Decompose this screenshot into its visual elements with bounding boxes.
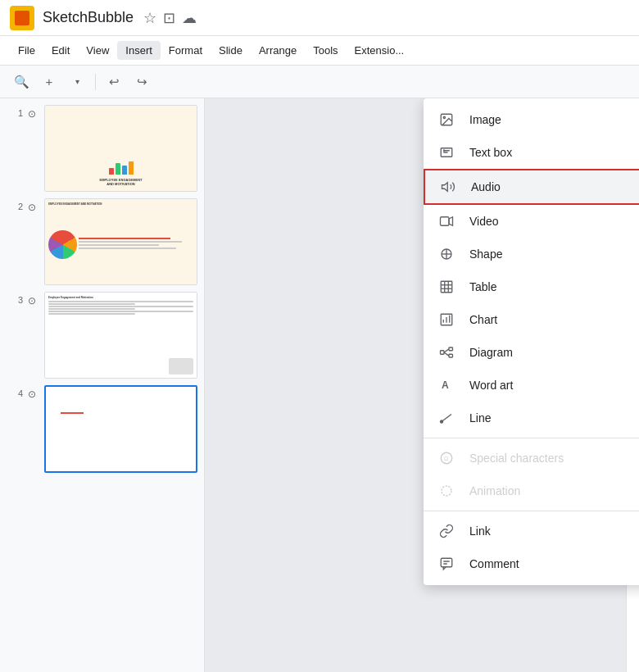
menu-view[interactable]: View	[78, 41, 117, 60]
menu-row-chart[interactable]: Chart ▶	[424, 303, 639, 336]
menu-arrange[interactable]: Arrange	[251, 41, 305, 60]
menu-row-diagram[interactable]: Diagram ▶	[424, 336, 639, 369]
add-button[interactable]: +	[38, 70, 61, 93]
video-icon	[437, 211, 456, 231]
svg-rect-12	[441, 281, 452, 293]
svg-text:Ω: Ω	[444, 456, 448, 461]
link-menu-icon	[437, 521, 456, 541]
menu-slide[interactable]: Slide	[211, 41, 251, 60]
svg-point-1	[443, 116, 445, 118]
canvas-area: Image ▶ Text box	[205, 98, 639, 672]
slide-item-1[interactable]: 1 ⊙ EMPLOYEE ENGAGEMENTAND MOTIVATION	[7, 105, 197, 192]
undo-button[interactable]: ↩	[102, 70, 125, 93]
slide2-text	[79, 238, 193, 251]
menu-row-special: Ω Special characters	[424, 442, 639, 474]
menu-row-link[interactable]: Link Ctrl+K	[424, 515, 639, 547]
menu-row-audio[interactable]: Audio	[424, 169, 639, 205]
slide-number-2: 2	[7, 198, 23, 211]
link-label: Link	[469, 524, 639, 538]
table-label: Table	[469, 280, 639, 293]
cloud-icon[interactable]: ☁	[182, 9, 197, 27]
animation-icon	[437, 481, 456, 501]
folder-icon[interactable]: ⊡	[163, 9, 175, 27]
slide3-line-4	[48, 308, 135, 310]
svg-point-31	[442, 486, 451, 496]
video-label: Video	[469, 215, 639, 228]
svg-rect-32	[441, 558, 452, 567]
shape-icon	[437, 244, 456, 264]
menu-divider-1	[424, 438, 639, 438]
diagram-icon	[437, 343, 456, 362]
menu-row-table[interactable]: Table ▶	[424, 270, 639, 303]
comment-label: Comment	[469, 557, 639, 570]
insert-dropdown-menu: Image ▶ Text box	[424, 98, 639, 585]
slide-number-1: 1	[7, 105, 23, 118]
slide4-bg	[46, 387, 196, 471]
image-label: Image	[469, 113, 639, 126]
svg-line-24	[444, 349, 449, 352]
comment-icon	[437, 554, 456, 574]
slide3-line-2	[48, 303, 135, 305]
menu-bar: File Edit View Insert Format Slide Arran…	[0, 36, 639, 66]
line-icon	[437, 408, 456, 428]
slide2-content	[48, 207, 193, 281]
menu-format[interactable]: Format	[161, 41, 211, 60]
slide-item-2[interactable]: 2 ⊙ EMPLOYEE ENGAGEMENT AND MOTIVATION	[7, 198, 197, 285]
svg-line-27	[442, 415, 451, 422]
link-icon-1: ⊙	[28, 105, 41, 118]
slide-panel: 1 ⊙ EMPLOYEE ENGAGEMENTAND MOTIVATION	[0, 98, 205, 672]
toolbar: 🔍 + ▾ ↩ ↪	[0, 66, 639, 98]
menu-row-shape[interactable]: Shape ▶	[424, 238, 639, 270]
menu-insert[interactable]: Insert	[117, 41, 161, 60]
dropdown-arrow[interactable]: ▾	[66, 70, 88, 93]
slide-thumb-3[interactable]: Employee Engagement and Motivation	[44, 292, 197, 379]
menu-row-textbox[interactable]: Text box	[424, 136, 639, 169]
textbox-icon	[437, 143, 456, 162]
dropdown-overlay: Image ▶ Text box	[410, 98, 639, 672]
chart-icon	[437, 310, 456, 329]
menu-row-comment[interactable]: Comment Ctrl+Alt+M	[424, 547, 639, 580]
slide1-title: EMPLOYEE ENGAGEMENTAND MOTIVATION	[99, 178, 142, 186]
special-label: Special characters	[469, 452, 639, 465]
svg-rect-22	[449, 347, 453, 351]
slide-thumb-2[interactable]: EMPLOYEE ENGAGEMENT AND MOTIVATION	[44, 198, 197, 285]
menu-extensions[interactable]: Extensio...	[347, 41, 413, 60]
slide2-bg: EMPLOYEE ENGAGEMENT AND MOTIVATION	[45, 199, 197, 284]
slide3-lines	[48, 301, 193, 315]
menu-row-wordart[interactable]: A Word art	[424, 369, 639, 402]
menu-file[interactable]: File	[10, 41, 43, 60]
table-icon	[437, 277, 456, 297]
toolbar-divider-1	[95, 74, 96, 90]
slide2-chart	[48, 230, 77, 259]
menu-edit[interactable]: Edit	[43, 41, 78, 60]
svg-point-28	[441, 420, 443, 423]
star-icon[interactable]: ☆	[143, 9, 156, 27]
slide3-image	[169, 358, 193, 375]
main-content: 1 ⊙ EMPLOYEE ENGAGEMENTAND MOTIVATION	[0, 98, 639, 672]
search-button[interactable]: 🔍	[10, 70, 33, 93]
slide1-bars	[109, 158, 134, 175]
menu-row-image[interactable]: Image ▶	[424, 103, 639, 136]
menu-row-animation: Animation	[424, 474, 639, 507]
slide-item-4[interactable]: 4 ⊙	[7, 385, 197, 473]
slide-thumb-4[interactable]	[44, 385, 197, 473]
slide2-title: EMPLOYEE ENGAGEMENT AND MOTIVATION	[48, 202, 193, 206]
title-icons: ☆ ⊡ ☁	[143, 9, 197, 27]
link-icon-2: ⊙	[28, 198, 41, 211]
menu-row-line[interactable]: Line ▶	[424, 402, 639, 434]
chart-label: Chart	[469, 313, 639, 326]
special-icon: Ω	[437, 448, 456, 468]
menu-tools[interactable]: Tools	[305, 41, 346, 60]
menu-row-video[interactable]: Video	[424, 205, 639, 238]
slide-item-3[interactable]: 3 ⊙ Employee Engagement and Motivation	[7, 292, 197, 379]
slide3-line-6	[48, 313, 135, 315]
svg-marker-8	[449, 217, 453, 226]
svg-rect-7	[441, 217, 450, 226]
wordart-label: Word art	[469, 379, 639, 392]
slide3-bg: Employee Engagement and Motivation	[45, 293, 197, 378]
app-title: SketchBubble	[43, 9, 134, 26]
slide-thumb-1[interactable]: EMPLOYEE ENGAGEMENTAND MOTIVATION	[44, 105, 197, 192]
redo-button[interactable]: ↪	[130, 70, 153, 93]
slide-number-4: 4	[7, 385, 23, 398]
menu-divider-2	[424, 511, 639, 511]
